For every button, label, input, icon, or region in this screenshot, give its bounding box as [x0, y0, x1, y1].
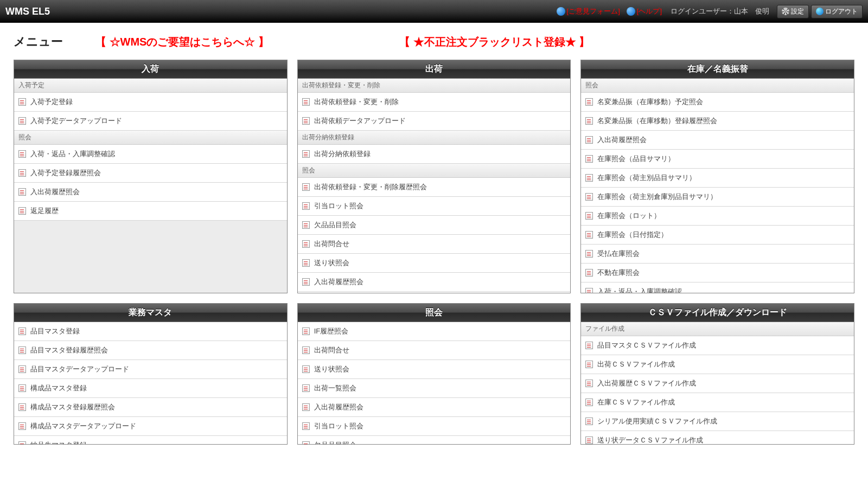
panel-shukka: 出荷 出荷依頼登録・変更・削除出荷依頼登録・変更・削除出荷依頼データアップロード… [297, 60, 571, 293]
menu-item-label: 出荷依頼データアップロード [314, 116, 406, 126]
menu-item[interactable]: 名変兼品振（在庫移動）予定照会 [581, 93, 854, 112]
menu-item[interactable]: 入荷予定登録履歴照会 [14, 164, 287, 183]
list-icon [302, 117, 310, 125]
menu-item[interactable]: 入出荷履歴ＣＳＶファイル作成 [581, 374, 854, 393]
menu-item[interactable]: 名変兼品振（在庫移動）登録履歴照会 [581, 112, 854, 131]
menu-item[interactable]: 送り状データＣＳＶファイル作成 [581, 431, 854, 444]
menu-item-label: シリアル使用実績ＣＳＶファイル作成 [597, 416, 717, 426]
menu-item[interactable]: 入出荷履歴照会 [14, 183, 287, 202]
list-icon [585, 436, 593, 444]
panel-header: ＣＳＶファイル作成／ダウンロード [581, 304, 854, 322]
menu-item-label: 入荷予定登録履歴照会 [30, 168, 101, 178]
list-icon [585, 361, 593, 368]
list-icon [302, 278, 310, 286]
menu-item[interactable]: 出荷問合せ [298, 235, 571, 254]
help-label: [ヘルプ] [637, 7, 662, 16]
menu-item[interactable]: IF履歴照会 [298, 322, 571, 341]
list-icon [585, 380, 593, 387]
panel-body[interactable]: 入荷予定入荷予定登録入荷予定データアップロード照会入荷・返品・入庫調整確認入荷予… [14, 79, 287, 293]
menu-item[interactable]: 入荷予定データアップロード [14, 112, 287, 131]
menu-item[interactable]: 欠品品目照会 [298, 216, 571, 235]
menu-item-label: 名変兼品振（在庫移動）登録履歴照会 [597, 116, 717, 126]
list-icon [18, 422, 26, 430]
menu-item[interactable]: 入荷・返品・入庫調整確認 [14, 145, 287, 164]
menu-item[interactable]: 入荷・返品・入庫調整確認 [581, 282, 854, 293]
menu-item[interactable]: 入出荷履歴照会 [298, 398, 571, 417]
menu-item-label: 入荷・返品・入庫調整確認 [30, 149, 115, 159]
menu-item[interactable]: 品目マスタ登録履歴照会 [14, 341, 287, 360]
menu-item[interactable]: 品目マスタＣＳＶファイル作成 [581, 336, 854, 355]
menu-item[interactable]: 出荷依頼データアップロード [298, 112, 571, 131]
list-icon [585, 399, 593, 406]
menu-item[interactable]: 入出荷履歴照会 [581, 131, 854, 150]
blacklist-link[interactable]: 【 ★不正注文ブラックリスト登録★ 】 [399, 35, 590, 49]
menu-item[interactable]: 品目マスタデータアップロード [14, 360, 287, 379]
panel-body[interactable]: 出荷依頼登録・変更・削除出荷依頼登録・変更・削除出荷依頼データアップロード出荷分… [298, 79, 571, 293]
menu-item[interactable]: 不動在庫照会 [581, 264, 854, 282]
menu-item[interactable]: シリアル使用実績ＣＳＶファイル作成 [581, 412, 854, 431]
logout-icon [816, 8, 824, 15]
menu-item-label: 入出荷履歴ＣＳＶファイル作成 [597, 378, 696, 388]
list-icon [302, 259, 310, 267]
list-icon [302, 422, 310, 430]
menu-item[interactable]: 出荷依頼登録・変更・削除 [298, 93, 571, 112]
menu-item-label: 構成品マスタ登録履歴照会 [30, 402, 115, 412]
menu-item-label: 在庫照会（日付指定） [597, 230, 668, 240]
menu-item[interactable]: 引当ロット照会 [298, 417, 571, 436]
menu-item[interactable]: 在庫照会（荷主別倉庫別品目サマリ） [581, 188, 854, 207]
menu-item[interactable]: 在庫照会（荷主別品目サマリ） [581, 169, 854, 188]
list-icon [585, 212, 593, 220]
menu-item-label: 構成品マスタ登録 [30, 383, 87, 393]
menu-item[interactable]: 受払在庫照会 [581, 245, 854, 264]
menu-item[interactable]: 欠品品目照会 [298, 436, 571, 444]
menu-item[interactable]: 在庫照会（日付指定） [581, 226, 854, 245]
panel-body[interactable]: 品目マスタ登録品目マスタ登録履歴照会品目マスタデータアップロード構成品マスタ登録… [14, 322, 287, 444]
page-title: メニュー [14, 34, 63, 50]
menu-item[interactable]: 出荷依頼登録・変更・削除履歴照会 [298, 178, 571, 197]
settings-button[interactable]: 設定 [777, 5, 809, 18]
help-link[interactable]: [ヘルプ] [627, 7, 662, 16]
menu-item-label: 品目マスタデータアップロード [30, 364, 129, 374]
menu-item[interactable]: 構成品マスタ登録 [14, 379, 287, 398]
list-icon [302, 403, 310, 411]
opinion-form-link[interactable]: [ご意見フォーム] [557, 7, 620, 16]
menu-item[interactable]: 入荷予定登録 [14, 93, 287, 112]
menu-item[interactable]: 出荷ＣＳＶファイル作成 [581, 355, 854, 374]
menu-item[interactable]: シリアル使用実績照会 [298, 292, 571, 293]
panel-csv: ＣＳＶファイル作成／ダウンロード ファイル作成品目マスタＣＳＶファイル作成出荷Ｃ… [580, 303, 854, 445]
logout-button[interactable]: ログアウト [811, 5, 863, 18]
menu-item[interactable]: 在庫照会（品目サマリ） [581, 150, 854, 169]
wms-request-link[interactable]: 【 ☆WMSのご要望はこちらへ☆ 】 [95, 35, 269, 49]
menu-item-label: 在庫照会（ロット） [597, 211, 661, 221]
menu-item[interactable]: 返足履歴 [14, 202, 287, 221]
menu-item-label: 入出荷履歴照会 [314, 402, 363, 412]
subheader: 入荷予定 [14, 79, 287, 93]
menu-item-label: 品目マスタ登録 [30, 326, 80, 336]
menu-item[interactable]: 出荷一覧照会 [298, 379, 571, 398]
menu-item-label: 返足履歴 [30, 206, 59, 216]
menu-item-label: 出荷問合せ [314, 239, 349, 249]
menu-item[interactable]: 品目マスタ登録 [14, 322, 287, 341]
menu-item[interactable]: 在庫ＣＳＶファイル作成 [581, 393, 854, 412]
panel-body[interactable]: 照会名変兼品振（在庫移動）予定照会名変兼品振（在庫移動）登録履歴照会入出荷履歴照… [581, 79, 854, 293]
menu-item[interactable]: 送り状照会 [298, 360, 571, 379]
list-icon [302, 441, 310, 444]
menu-item[interactable]: 送り状照会 [298, 254, 571, 273]
menu-item[interactable]: 出荷分納依頼登録 [298, 145, 571, 164]
list-icon [585, 418, 593, 425]
list-icon [18, 384, 26, 392]
panel-body[interactable]: ファイル作成品目マスタＣＳＶファイル作成出荷ＣＳＶファイル作成入出荷履歴ＣＳＶフ… [581, 322, 854, 444]
menu-item[interactable]: 納品先マスタ登録 [14, 436, 287, 444]
subheader: 出荷依頼登録・変更・削除 [298, 79, 571, 93]
menu-item-label: 品目マスタＣＳＶファイル作成 [597, 341, 696, 350]
menu-item[interactable]: 在庫照会（ロット） [581, 207, 854, 226]
menu-item[interactable]: 入出荷履歴照会 [298, 273, 571, 292]
menu-item[interactable]: 引当ロット照会 [298, 197, 571, 216]
menu-item-label: 引当ロット照会 [314, 421, 363, 431]
menu-item[interactable]: 構成品マスタデータアップロード [14, 417, 287, 436]
menu-item-label: 受払在庫照会 [597, 249, 640, 259]
menu-item[interactable]: 構成品マスタ登録履歴照会 [14, 398, 287, 417]
menu-item[interactable]: 出荷問合せ [298, 341, 571, 360]
menu-item-label: 送り状データＣＳＶファイル作成 [597, 435, 703, 444]
panel-body[interactable]: IF履歴照会出荷問合せ送り状照会出荷一覧照会入出荷履歴照会引当ロット照会欠品品目… [298, 322, 571, 444]
